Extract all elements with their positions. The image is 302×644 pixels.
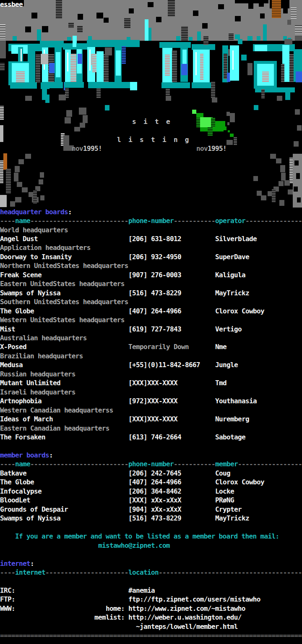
ansi-art-block [257, 36, 260, 40]
ansi-art-block [45, 95, 49, 103]
ansi-art-block [192, 110, 196, 114]
ansi-art-block [230, 113, 235, 122]
ansi-art-block [25, 96, 32, 101]
text-segment: Brazilian headquarters [0, 352, 83, 360]
text-segment: [XXX] xXx-xXxX [128, 496, 181, 505]
text-segment: Kaligula [215, 271, 245, 279]
ansi-art-block [0, 160, 3, 183]
text-segment: Grounds of Despair [0, 505, 68, 514]
ansi-art-block [297, 197, 301, 202]
text-segment: Artnophobia [0, 397, 42, 405]
text-segment: WWW: [0, 604, 15, 613]
text-segment: member boards [0, 451, 49, 460]
ansi-art-block [33, 190, 37, 203]
ansi-art-block [42, 26, 48, 32]
ansi-art-block [0, 63, 5, 70]
ansi-art-block [74, 127, 80, 131]
text-segment: Ideas of March [0, 415, 53, 423]
text-segment: [972]XXX-XXXX [128, 397, 177, 405]
text-segment: name [15, 460, 30, 468]
text-segment: [407] 264-4966 [128, 478, 181, 486]
ansi-art-block [161, 82, 190, 88]
text-segment: Sabotage [215, 433, 245, 442]
ansi-art-block [18, 159, 24, 164]
ansi-art-block [39, 179, 43, 184]
ansi-art-block [230, 45, 239, 81]
ansi-art-block [37, 29, 41, 41]
ansi-art-block [104, 54, 109, 82]
ansi-art-block [226, 140, 233, 145]
text-segment: ---- [0, 460, 15, 468]
text-segment: 1995! [83, 144, 102, 153]
ansi-art-block [13, 36, 17, 41]
text-segment: If you are a member and want to be liste… [15, 532, 279, 541]
text-segment: -------------------------- [30, 460, 128, 468]
text-segment: Silverblade [215, 234, 257, 243]
text-segment: headquarter boards [0, 208, 68, 216]
ansi-art-block [3, 153, 7, 170]
ansi-art-block [202, 23, 208, 29]
ansi-art-block [181, 64, 187, 75]
text-segment: [206] 932-4950 [128, 252, 181, 261]
text-segment: 1995! [208, 144, 226, 153]
ansi-art-block [182, 50, 187, 64]
text-segment: Western Canadian headquarterss [0, 406, 113, 415]
text-segment: MayTrickz [215, 514, 249, 523]
text-segment: Clorox Cowboy [215, 478, 264, 486]
ansi-art-block [0, 85, 11, 92]
text-segment: Western UnitedStates headquarters [0, 315, 125, 324]
ansi-art-block [192, 44, 215, 50]
ansi-art-block [281, 64, 284, 82]
ansi-art-block [280, 165, 285, 172]
text-segment: Eastern Canadian headquarters [0, 424, 109, 433]
text-segment: memlist: http://weber.u.washington.edu/ [94, 613, 242, 622]
text-segment: internet [15, 568, 45, 577]
ansi-art-block [77, 26, 83, 33]
text-segment: [516] 473-8229 [128, 514, 181, 523]
text-segment: Angel Dust [0, 234, 38, 243]
ansi-art-block [197, 32, 201, 41]
text-segment: home: http://www.zipnet.com/~mistawho [106, 604, 245, 613]
text-segment: IRC: [0, 586, 15, 595]
text-segment: [407] 264-4966 [128, 307, 181, 315]
ansi-art-block [40, 172, 44, 178]
text-segment: : [68, 208, 72, 216]
text-segment: ---- [0, 216, 15, 225]
ansi-art-block [168, 0, 175, 17]
ansi-art-block [279, 181, 284, 186]
text-segment: name [15, 216, 30, 225]
ansi-art-block [25, 26, 31, 32]
ansi-art-block [56, 0, 62, 19]
ansi-art-block [88, 82, 134, 88]
text-segment: mistawho@zipnet.com [98, 541, 170, 550]
ansi-art-block [6, 169, 11, 193]
ansi-art-block [87, 40, 140, 47]
ansi-art-block [272, 189, 276, 202]
ansi-art-block [270, 154, 276, 159]
text-segment: [907] 276-0003 [128, 271, 181, 279]
ansi-art-block [0, 195, 7, 207]
ansi-art-block [176, 36, 180, 41]
text-segment: Eastern UnitedStates headquarters [0, 279, 125, 288]
ansi-art-block [253, 176, 258, 181]
ansi-art-block [96, 51, 104, 82]
text-segment: nov [196, 144, 208, 153]
text-segment: [XXX]XXX-XXXX [128, 415, 177, 423]
text-segment: Medusa [0, 360, 23, 369]
text-segment: [619] 727-7843 [128, 325, 181, 334]
text-segment: location [128, 568, 159, 577]
text-segment: Mutant Unlimited [0, 379, 60, 387]
ansi-art-block [259, 1, 264, 7]
ansi-art-block [235, 16, 241, 21]
ansi-art-block [295, 36, 302, 41]
ansi-art-block [41, 54, 48, 64]
text-segment: ftp://ftp.zipnet.com/users/mistawho [128, 595, 260, 604]
ansi-art-block [229, 34, 234, 40]
ansi-art-block [255, 45, 267, 51]
ansi-art-block [129, 8, 134, 13]
text-segment: Application headquarters [0, 243, 91, 252]
ansi-art-block [297, 125, 302, 131]
ansi-art-block [56, 52, 60, 77]
ansi-art-block [263, 24, 267, 41]
ansi-art-block [289, 158, 293, 183]
